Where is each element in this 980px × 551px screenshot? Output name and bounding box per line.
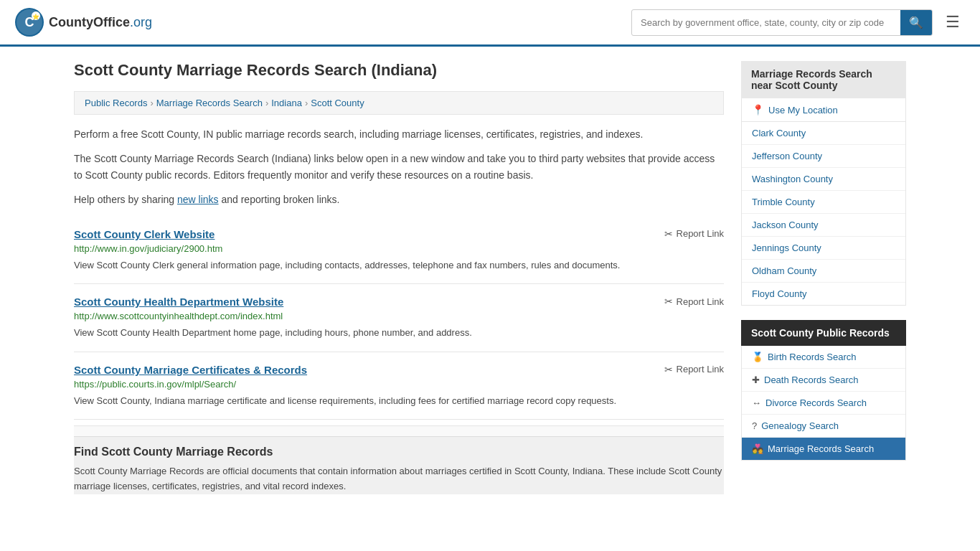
sidebar-records-list: 🏅 Birth Records Search ✚ Death Records S… (741, 346, 906, 461)
sidebar-link-divorce[interactable]: ↔ Divorce Records Search (742, 392, 905, 414)
result-header-2: Scott County Health Department Website ✂… (74, 296, 724, 308)
sidebar-public-records-section: Scott County Public Records 🏅 Birth Reco… (741, 320, 906, 461)
sidebar-link-jefferson[interactable]: Jefferson County (742, 145, 905, 167)
report-link-1[interactable]: ✂ Report Link (664, 228, 724, 240)
breadcrumb: Public Records › Marriage Records Search… (74, 91, 724, 115)
header-right: 🔍 ☰ (631, 9, 966, 36)
sidebar: Marriage Records Search near Scott Count… (741, 61, 906, 494)
location-icon: 📍 (752, 104, 764, 116)
list-item-oldham: Oldham County (742, 260, 905, 283)
find-section-title: Find Scott County Marriage Records (74, 446, 724, 458)
sidebar-link-floyd[interactable]: Floyd County (742, 283, 905, 305)
sidebar-nearby-section: Marriage Records Search near Scott Count… (741, 61, 906, 306)
breadcrumb-indiana[interactable]: Indiana (271, 98, 302, 108)
logo-icon: C ⭐ (14, 7, 44, 37)
list-item-divorce: ↔ Divorce Records Search (742, 392, 905, 415)
sidebar-nearby-list: Clark County Jefferson County Washington… (741, 122, 906, 306)
list-item-washington: Washington County (742, 168, 905, 191)
main-container: Scott County Marriage Records Search (In… (60, 47, 920, 509)
list-item-floyd: Floyd County (742, 283, 905, 305)
genealogy-icon: ? (752, 420, 757, 431)
use-my-location[interactable]: 📍 Use My Location (741, 98, 906, 122)
result-item-3: Scott County Marriage Certificates & Rec… (74, 352, 724, 420)
search-input[interactable] (632, 11, 900, 34)
sidebar-link-trimble[interactable]: Trimble County (742, 191, 905, 213)
breadcrumb-public-records[interactable]: Public Records (85, 98, 147, 108)
result-desc-3: View Scott County, Indiana marriage cert… (74, 394, 724, 408)
sidebar-link-jackson[interactable]: Jackson County (742, 214, 905, 236)
result-header-1: Scott County Clerk Website ✂ Report Link (74, 228, 724, 240)
report-icon-3: ✂ (664, 364, 673, 375)
logo-area: C ⭐ CountyOffice.org (14, 7, 152, 37)
list-item-jennings: Jennings County (742, 237, 905, 260)
sidebar-link-oldham[interactable]: Oldham County (742, 260, 905, 282)
list-item-birth: 🏅 Birth Records Search (742, 346, 905, 369)
list-item-trimble: Trimble County (742, 191, 905, 214)
logo-text: CountyOffice.org (49, 15, 152, 30)
svg-text:⭐: ⭐ (32, 13, 39, 20)
list-item-clark: Clark County (742, 122, 905, 145)
sidebar-link-genealogy[interactable]: ? Genealogy Search (742, 415, 905, 437)
death-icon: ✚ (752, 375, 760, 385)
list-item-genealogy: ? Genealogy Search (742, 415, 905, 438)
sidebar-nearby-header: Marriage Records Search near Scott Count… (741, 61, 906, 98)
list-item-jackson: Jackson County (742, 214, 905, 237)
content-area: Scott County Marriage Records Search (In… (74, 61, 724, 494)
breadcrumb-scott-county[interactable]: Scott County (311, 98, 364, 108)
result-desc-1: View Scott County Clerk general informat… (74, 258, 724, 273)
sidebar-link-death[interactable]: ✚ Death Records Search (742, 369, 905, 391)
search-bar: 🔍 (631, 9, 933, 36)
hamburger-button[interactable]: ☰ (940, 10, 966, 34)
description-2: The Scott County Marriage Records Search… (74, 151, 724, 183)
find-section: Find Scott County Marriage Records Scott… (74, 425, 724, 494)
sidebar-link-washington[interactable]: Washington County (742, 168, 905, 190)
result-item-1: Scott County Clerk Website ✂ Report Link… (74, 217, 724, 285)
result-url-2[interactable]: http://www.scottcountyinhealthdept.com/i… (74, 311, 724, 321)
result-url-1[interactable]: http://www.in.gov/judiciary/2900.htm (74, 243, 724, 254)
report-link-3[interactable]: ✂ Report Link (664, 364, 724, 375)
description-area: Perform a free Scott County, IN public m… (74, 126, 724, 208)
report-link-2[interactable]: ✂ Report Link (664, 296, 724, 307)
result-header-3: Scott County Marriage Certificates & Rec… (74, 364, 724, 376)
header: C ⭐ CountyOffice.org 🔍 ☰ (0, 0, 980, 47)
page-title: Scott County Marriage Records Search (In… (74, 61, 724, 80)
result-item-2: Scott County Health Department Website ✂… (74, 284, 724, 352)
sidebar-link-marriage[interactable]: 💑 Marriage Records Search (742, 438, 905, 460)
description-1: Perform a free Scott County, IN public m… (74, 126, 724, 142)
sidebar-link-birth[interactable]: 🏅 Birth Records Search (742, 346, 905, 368)
result-title-2[interactable]: Scott County Health Department Website (74, 296, 283, 308)
result-url-3[interactable]: https://public.courts.in.gov/mlpl/Search… (74, 379, 724, 390)
list-item-marriage: 💑 Marriage Records Search (742, 438, 905, 460)
sidebar-link-jennings[interactable]: Jennings County (742, 237, 905, 259)
sidebar-public-records-header: Scott County Public Records (741, 320, 906, 346)
list-item-jefferson: Jefferson County (742, 145, 905, 168)
result-desc-2: View Scott County Health Department home… (74, 326, 724, 340)
search-button[interactable]: 🔍 (900, 10, 932, 35)
result-title-1[interactable]: Scott County Clerk Website (74, 228, 215, 240)
report-icon-1: ✂ (664, 228, 673, 240)
list-item-death: ✚ Death Records Search (742, 369, 905, 392)
description-3: Help others by sharing new links and rep… (74, 192, 724, 207)
sidebar-link-clark[interactable]: Clark County (742, 122, 905, 144)
find-section-desc: Scott County Marriage Records are offici… (74, 464, 724, 494)
marriage-icon: 💑 (752, 443, 763, 454)
report-icon-2: ✂ (664, 296, 673, 307)
divorce-icon: ↔ (752, 397, 761, 408)
birth-icon: 🏅 (752, 352, 763, 362)
breadcrumb-marriage-records-search[interactable]: Marriage Records Search (156, 98, 263, 108)
result-title-3[interactable]: Scott County Marriage Certificates & Rec… (74, 364, 307, 376)
new-links-link[interactable]: new links (177, 194, 219, 205)
